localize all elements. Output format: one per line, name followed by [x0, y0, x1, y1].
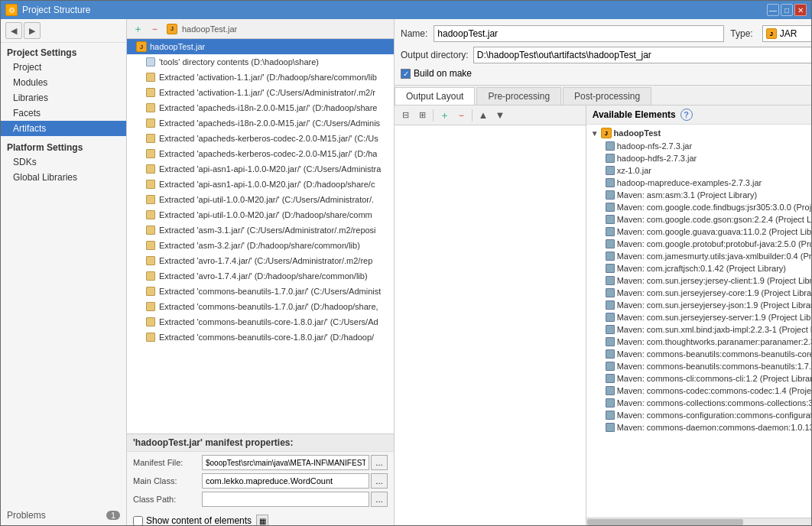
class-path-input[interactable]: [202, 492, 369, 507]
avail-scrollbar-track[interactable]: [586, 518, 811, 525]
sidebar-item-libraries[interactable]: Libraries: [1, 90, 126, 106]
jar-icon-avail-20: [606, 386, 615, 395]
extracted-icon-16: [145, 300, 157, 313]
avail-item-9[interactable]: Maven: com.jamesmurty.utils:java-xmlbuil…: [586, 250, 811, 262]
avail-item-6[interactable]: Maven: com.google.code.gson:gson:2.2.4 (…: [586, 213, 811, 226]
manifest-file-input[interactable]: [202, 455, 369, 470]
remove-item-button[interactable]: －: [453, 108, 469, 123]
artifact-item-root[interactable]: J hadoopTest.jar: [127, 39, 394, 54]
jar-icon-toolbar: J: [167, 24, 177, 34]
move-up-button[interactable]: ▲: [476, 108, 491, 123]
remove-artifact-button[interactable]: －: [147, 21, 162, 37]
avail-item-7[interactable]: Maven: com.google.guava:guava:11.0.2 (Pr…: [586, 226, 811, 238]
artifact-label-14: Extracted 'avro-1.7.4.jar/' (D:/hadoop/s…: [159, 271, 368, 281]
artifact-item-18[interactable]: Extracted 'commons-beanutils-core-1.8.0.…: [127, 330, 394, 345]
avail-item-5[interactable]: Maven: com.google.code.findbugs:jsr305:3…: [586, 201, 811, 213]
avail-item-3[interactable]: hadoop-mapreduce-examples-2.7.3.jar: [586, 177, 811, 189]
back-button[interactable]: ◀: [5, 22, 22, 39]
avail-item-17[interactable]: Maven: commons-beanutils:commons-beanuti…: [586, 348, 811, 360]
avail-item-14[interactable]: Maven: com.sun.jerseyjersey-server:1.9 (…: [586, 311, 811, 323]
name-input[interactable]: [434, 25, 724, 42]
sidebar-item-project[interactable]: Project: [1, 60, 126, 75]
avail-item-10[interactable]: Maven: com.jcraftjsch:0.1.42 (Project Li…: [586, 262, 811, 274]
extracted-icon-1: [145, 71, 157, 83]
avail-item-0[interactable]: hadoop-nfs-2.7.3.jar: [586, 140, 811, 152]
avail-item-12[interactable]: Maven: com.sun.jerseyjersey-core:1.9 (Pr…: [586, 287, 811, 299]
add-item-button[interactable]: ＋: [437, 108, 452, 123]
show-content-label: Show content of elements: [146, 515, 252, 525]
artifact-item-1[interactable]: Extracted 'activation-1.1.jar/' (D:/hado…: [127, 70, 394, 85]
tabs-row: Output Layout Pre-processing Post-proces…: [395, 86, 811, 106]
jar-icon-avail-6: [606, 215, 615, 224]
sidebar-item-modules[interactable]: Modules: [1, 75, 126, 90]
avail-item-18[interactable]: Maven: commons-beanutils:commons-beanuti…: [586, 360, 811, 372]
artifact-item-2[interactable]: Extracted 'activation-1.1.jar/' (C:/User…: [127, 85, 394, 100]
maximize-button[interactable]: □: [781, 4, 793, 16]
ext-icon-13: [146, 256, 155, 265]
avail-item-19[interactable]: Maven: commons-cli:commons-cli:1.2 (Proj…: [586, 372, 811, 385]
artifact-item-4[interactable]: Extracted 'apacheds-i18n-2.0.0-M15.jar/'…: [127, 115, 394, 131]
artifacts-list[interactable]: J hadoopTest.jar 'tools' directory conte…: [127, 39, 394, 433]
artifact-item-17[interactable]: Extracted 'commons-beanutils-core-1.8.0.…: [127, 314, 394, 330]
artifact-item-10[interactable]: Extracted 'api-util-1.0.0-M20.jar/' (D:/…: [127, 207, 394, 222]
jar-icon-avail-10: [606, 264, 615, 273]
artifact-item-7[interactable]: Extracted 'api-asn1-api-1.0.0-M20.jar/' …: [127, 161, 394, 177]
class-path-browse-button[interactable]: …: [371, 492, 388, 507]
artifact-item-15[interactable]: Extracted 'commons-beanutils-1.7.0.jar/'…: [127, 284, 394, 299]
help-button[interactable]: ?: [680, 109, 693, 121]
main-class-input[interactable]: [202, 473, 369, 489]
avail-item-20[interactable]: Maven: commons-codec:commons-codec:1.4 (…: [586, 385, 811, 397]
minimize-button[interactable]: —: [767, 4, 779, 16]
app-icon: ⚙: [5, 4, 18, 16]
avail-item-4[interactable]: Maven: asm:asm:3.1 (Project Library): [586, 189, 811, 201]
artifact-item-16[interactable]: Extracted 'commons-beanutils-1.7.0.jar/'…: [127, 299, 394, 314]
layout-view-button[interactable]: ⊟: [398, 108, 413, 123]
type-select[interactable]: J JAR: [762, 25, 811, 42]
avail-item-21[interactable]: Maven: commons-collections:commons-colle…: [586, 397, 811, 409]
move-down-button[interactable]: ▼: [492, 108, 508, 123]
available-elements-tree[interactable]: ▼ J hadoopTest hadoop-nfs-2.7.3.jar: [586, 125, 811, 518]
output-directory-row: Output directory: …: [401, 47, 811, 63]
sidebar-item-sdks[interactable]: SDKs: [1, 154, 126, 170]
avail-item-1[interactable]: hadoop-hdfs-2.7.3.jar: [586, 152, 811, 164]
output-list[interactable]: [395, 125, 586, 525]
avail-item-8[interactable]: Maven: com.google.protobuf:protobuf-java…: [586, 238, 811, 250]
artifact-item-0[interactable]: 'tools' directory contents (D:\hadoop\sh…: [127, 54, 394, 70]
build-on-make-label: Build on make: [414, 68, 472, 79]
artifact-item-9[interactable]: Extracted 'api-util-1.0.0-M20.jar/' (C:/…: [127, 192, 394, 207]
manifest-file-browse-button[interactable]: …: [371, 455, 388, 470]
artifact-item-8[interactable]: Extracted 'api-asn1-api-1.0.0-M20.jar/' …: [127, 177, 394, 192]
tab-output-layout[interactable]: Output Layout: [395, 87, 475, 105]
avail-item-23[interactable]: Maven: commons-daemon:commons-daemon:1.0…: [586, 421, 811, 433]
artifact-root-icon: J: [135, 41, 148, 53]
avail-item-2[interactable]: xz-1.0.jar: [586, 164, 811, 177]
sidebar-item-global-libraries[interactable]: Global Libraries: [1, 170, 126, 185]
forward-button[interactable]: ▶: [24, 22, 41, 39]
tab-pre-processing[interactable]: Pre-processing: [476, 87, 561, 105]
avail-item-11[interactable]: Maven: com.sun.jersey:jersey-client:1.9 …: [586, 274, 811, 287]
artifact-item-6[interactable]: Extracted 'apacheds-kerberos-codec-2.0.0…: [127, 146, 394, 161]
grid-view-button[interactable]: ⊞: [414, 108, 430, 123]
artifact-item-11[interactable]: Extracted 'asm-3.1.jar/' (C:/Users/Admin…: [127, 222, 394, 238]
available-root[interactable]: ▼ J hadoopTest: [586, 126, 811, 140]
artifact-item-3[interactable]: Extracted 'apacheds-i18n-2.0.0-M15.jar/'…: [127, 100, 394, 115]
artifact-item-13[interactable]: Extracted 'avro-1.7.4.jar/' (C:/Users/Ad…: [127, 253, 394, 268]
tab-post-processing[interactable]: Post-processing: [563, 87, 651, 105]
sidebar-item-artifacts[interactable]: Artifacts: [1, 121, 126, 136]
main-class-browse-button[interactable]: …: [371, 473, 388, 489]
avail-item-13[interactable]: Maven: com.sun.jerseyjersey-json:1.9 (Pr…: [586, 299, 811, 311]
avail-item-15[interactable]: Maven: com.sun.xml.bind:jaxb-impl:2.2.3-…: [586, 323, 811, 336]
build-on-make-checkbox[interactable]: ✓: [401, 69, 411, 79]
artifact-item-5[interactable]: Extracted 'apacheds-kerberos-codec-2.0.0…: [127, 131, 394, 146]
show-content-checkbox[interactable]: [133, 516, 143, 526]
output-dir-input[interactable]: [473, 47, 811, 63]
artifact-item-14[interactable]: Extracted 'avro-1.7.4.jar/' (D:/hadoop/s…: [127, 268, 394, 284]
close-button[interactable]: ✕: [794, 4, 807, 16]
avail-item-16[interactable]: Maven: com.thoughtworks.paranamer:parana…: [586, 336, 811, 348]
show-content-info-button[interactable]: ▦: [256, 515, 268, 525]
sidebar-item-facets[interactable]: Facets: [1, 106, 126, 121]
artifact-item-12[interactable]: Extracted 'asm-3.2.jar/' (D:/hadoop/shar…: [127, 238, 394, 253]
avail-item-22[interactable]: Maven: commons-configuration:commons-con…: [586, 409, 811, 421]
add-artifact-button[interactable]: ＋: [130, 21, 145, 37]
root-artifact-label: hadoopTest.jar: [179, 24, 237, 34]
